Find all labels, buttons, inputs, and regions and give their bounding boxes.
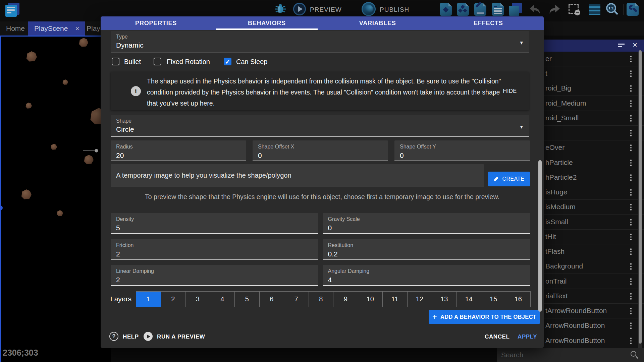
type-dropdown[interactable]: Type Dynamic ▾ [111, 31, 529, 53]
open-events-editor-icon[interactable] [474, 3, 487, 16]
object-menu-icon[interactable] [628, 188, 634, 197]
asteroid-object[interactable] [79, 38, 88, 47]
layers-panel-icon[interactable] [509, 3, 522, 16]
tab-effects[interactable]: EFFECTS [433, 16, 544, 30]
object-menu-icon[interactable] [628, 143, 634, 153]
close-panel-icon[interactable]: × [633, 40, 637, 50]
run-preview-icon[interactable] [144, 332, 153, 341]
layer-button-15[interactable]: 15 [481, 292, 506, 307]
help-button[interactable]: HELP [123, 334, 139, 340]
search-input[interactable] [501, 350, 622, 360]
preview-play-icon[interactable] [293, 3, 306, 15]
open-objects-icon[interactable] [457, 3, 470, 16]
tab-behaviors[interactable]: BEHAVIORS [211, 16, 322, 30]
grid-icon[interactable] [588, 3, 601, 16]
sidebar-scrollbar-thumb[interactable] [639, 50, 642, 344]
friction-field[interactable]: Friction 2 [111, 239, 318, 260]
tab-home[interactable]: Home [0, 21, 31, 36]
layer-button-7[interactable]: 7 [284, 292, 309, 307]
restitution-field[interactable]: Restitution 0.2 [323, 239, 530, 260]
object-menu-icon[interactable] [628, 232, 634, 242]
selection-handle[interactable] [95, 149, 98, 153]
object-menu-icon[interactable] [628, 336, 634, 346]
asteroid-object[interactable] [21, 189, 32, 199]
object-menu-icon[interactable] [628, 69, 634, 78]
layer-button-3[interactable]: 3 [185, 292, 210, 307]
linear-damping-field[interactable]: Linear Damping 2 [111, 265, 318, 286]
layer-button-2[interactable]: 2 [161, 292, 185, 307]
zoom-1-1-icon[interactable]: 1:1 [605, 3, 618, 16]
layer-button-10[interactable]: 10 [358, 292, 383, 307]
delete-selection-mask-icon[interactable] [568, 3, 581, 16]
publish-button[interactable]: PUBLISH [380, 6, 409, 13]
object-menu-icon[interactable] [628, 99, 634, 108]
object-menu-icon[interactable] [628, 306, 634, 316]
tab-variables[interactable]: VARIABLES [322, 16, 433, 30]
layer-button-11[interactable]: 11 [382, 292, 407, 307]
filter-icon[interactable] [618, 44, 625, 47]
shape-offset-y-field[interactable]: Shape Offset Y 0 [394, 140, 530, 161]
layer-button-4[interactable]: 4 [210, 292, 235, 307]
layer-button-14[interactable]: 14 [457, 292, 481, 307]
open-scene-editor-icon[interactable] [440, 3, 452, 16]
fixed-rotation-checkbox[interactable] [154, 58, 161, 65]
debugger-bug-icon[interactable] [274, 3, 286, 14]
object-menu-icon[interactable] [628, 292, 634, 301]
close-tab-icon[interactable]: × [75, 25, 79, 33]
layer-button-16[interactable]: 16 [506, 292, 531, 307]
scene-edge-handle[interactable] [0, 205, 3, 210]
layer-button-12[interactable]: 12 [407, 292, 432, 307]
object-menu-icon[interactable] [628, 158, 634, 168]
shape-offset-x-field[interactable]: Shape Offset X 0 [253, 140, 388, 161]
open-events-list-icon[interactable] [492, 3, 504, 16]
undo-icon[interactable] [529, 4, 542, 15]
object-menu-icon[interactable] [628, 218, 634, 227]
radius-field[interactable]: Radius 20 [111, 140, 246, 161]
add-behavior-button[interactable]: + ADD A BEHAVIOR TO THE OBJECT [429, 310, 540, 324]
gravity-scale-field[interactable]: Gravity Scale 0 [323, 213, 530, 234]
object-menu-icon[interactable] [628, 321, 634, 330]
apply-button[interactable]: APPLY [518, 334, 537, 340]
asteroid-object[interactable] [57, 210, 63, 216]
object-menu-icon[interactable] [628, 247, 634, 256]
help-icon[interactable]: ? [109, 332, 118, 341]
object-menu-icon[interactable] [628, 202, 634, 212]
tab-properties[interactable]: PROPERTIES [101, 16, 211, 30]
layer-button-5[interactable]: 5 [234, 292, 259, 307]
project-manager-icon[interactable] [5, 2, 21, 17]
bullet-checkbox[interactable] [112, 58, 119, 65]
tab-playscene[interactable]: PlayScene × [28, 21, 85, 36]
object-menu-icon[interactable] [628, 173, 634, 182]
dialog-scrollbar-thumb[interactable] [538, 160, 542, 312]
layer-button-8[interactable]: 8 [309, 292, 333, 307]
layer-button-9[interactable]: 9 [333, 292, 358, 307]
layer-button-1[interactable]: 1 [136, 292, 161, 307]
create-button[interactable]: CREATE [488, 172, 530, 186]
angular-damping-field[interactable]: Angular Damping 4 [323, 265, 530, 286]
cancel-button[interactable]: CANCEL [485, 334, 509, 340]
redo-icon[interactable] [547, 4, 561, 15]
object-menu-icon[interactable] [628, 128, 634, 138]
preview-button[interactable]: PREVIEW [310, 6, 342, 13]
asteroid-object[interactable] [84, 155, 94, 164]
density-field[interactable]: Density 5 [111, 213, 318, 234]
asteroid-object[interactable] [25, 103, 32, 109]
object-menu-icon[interactable] [628, 84, 634, 93]
hide-button[interactable]: HIDE [500, 87, 520, 96]
asteroid-object[interactable] [26, 51, 37, 62]
preferences-tools-icon[interactable] [627, 3, 639, 16]
asteroid-object[interactable] [62, 79, 68, 85]
shape-dropdown[interactable]: Shape Circle ▾ [111, 115, 529, 137]
run-preview-button[interactable]: RUN A PREVIEW [157, 334, 205, 340]
object-menu-icon[interactable] [628, 277, 634, 286]
scene-canvas[interactable] [0, 36, 111, 362]
asteroid-object[interactable] [51, 144, 57, 150]
publish-globe-icon[interactable] [362, 2, 376, 16]
temporary-image-field[interactable]: A temporary image to help you visualize … [111, 164, 484, 186]
object-menu-icon[interactable] [628, 54, 634, 64]
layer-button-13[interactable]: 13 [432, 292, 457, 307]
object-menu-icon[interactable] [628, 262, 634, 271]
layer-button-6[interactable]: 6 [259, 292, 284, 307]
can-sleep-checkbox[interactable]: ✓ [224, 58, 231, 65]
object-menu-icon[interactable] [628, 114, 634, 123]
